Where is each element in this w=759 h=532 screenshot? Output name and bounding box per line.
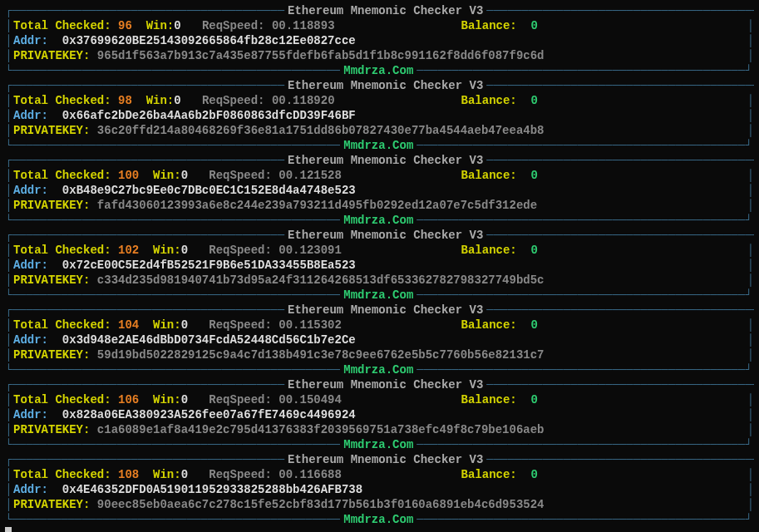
balance-value: 0 [524, 19, 538, 32]
reqspeed-value: 00.116688 [272, 468, 342, 481]
footer-text: Mmdrza.Com [340, 214, 416, 227]
reqspeed-label: ReqSpeed: [209, 318, 272, 332]
privatekey-label: PRIVATEKEY: [13, 273, 90, 287]
footer-text: Mmdrza.Com [340, 288, 416, 302]
balance-label: Balance: [461, 468, 517, 481]
app-title: Ethereum Mnemonic Checker V3 [284, 4, 486, 17]
win-label: Win: [153, 244, 181, 257]
block-header: ┌───────────────────────────────────────… [5, 228, 754, 243]
stats-line: │ Total Checked: 106 Win: 0 ReqSpeed: 00… [5, 392, 754, 407]
total-checked-value: 100 [111, 169, 140, 182]
addr-value: 0x4E46352DFD0A519011952933825288bb426AFB… [62, 483, 362, 496]
block-header: ┌───────────────────────────────────────… [5, 303, 754, 318]
balance-label: Balance: [461, 318, 517, 332]
reqspeed-label: ReqSpeed: [202, 19, 265, 32]
privatekey-label: PRIVATEKEY: [13, 423, 90, 436]
block-footer: └───────────────────────────────────────… [5, 437, 754, 452]
privatekey-line: │ PRIVATEKEY: 90eec85eb0aea6c7c278c15fe5… [5, 497, 754, 512]
addr-label: Addr: [13, 184, 48, 197]
reqspeed-label: ReqSpeed: [209, 169, 272, 182]
block-footer: └───────────────────────────────────────… [5, 362, 754, 377]
total-checked-value: 102 [111, 244, 140, 257]
privatekey-line: │ PRIVATEKEY: 36c20ffd214a80468269f36e81… [5, 123, 754, 138]
total-checked-value: 108 [111, 468, 140, 481]
app-title: Ethereum Mnemonic Checker V3 [284, 154, 486, 167]
checker-block: ┌───────────────────────────────────────… [5, 153, 754, 228]
addr-label: Addr: [13, 109, 48, 122]
checker-block: ┌───────────────────────────────────────… [5, 452, 754, 527]
app-title: Ethereum Mnemonic Checker V3 [284, 453, 486, 466]
app-title: Ethereum Mnemonic Checker V3 [284, 229, 486, 242]
privatekey-value: 965d1f563a7b913c7a435e87755fdefb6fab5d1f… [97, 49, 545, 62]
app-title: Ethereum Mnemonic Checker V3 [284, 79, 486, 92]
checker-block: ┌───────────────────────────────────────… [5, 377, 754, 452]
block-header: ┌───────────────────────────────────────… [5, 3, 754, 18]
block-footer: └───────────────────────────────────────… [5, 512, 754, 527]
addr-line: │ Addr: 0x828a06EA380923A526fee07a67fE74… [5, 407, 754, 422]
reqspeed-label: ReqSpeed: [209, 393, 272, 406]
addr-label: Addr: [13, 259, 48, 272]
checker-block: ┌───────────────────────────────────────… [5, 3, 754, 78]
addr-line: │ Addr: 0x4E46352DFD0A519011952933825288… [5, 482, 754, 497]
stats-line: │ Total Checked: 100 Win: 0 ReqSpeed: 00… [5, 168, 754, 183]
privatekey-label: PRIVATEKEY: [13, 498, 90, 511]
balance-value: 0 [524, 393, 538, 406]
privatekey-label: PRIVATEKEY: [13, 49, 90, 62]
reqspeed-value: 00.150494 [272, 393, 342, 406]
win-value: 0 [181, 244, 188, 257]
reqspeed-value: 00.121528 [272, 169, 342, 182]
win-value: 0 [181, 318, 188, 332]
privatekey-line: │ PRIVATEKEY: c334d235d981940741b73d95a2… [5, 273, 754, 288]
privatekey-line: │ PRIVATEKEY: 59d19bd5022829125c9a4c7d13… [5, 347, 754, 362]
total-checked-value: 96 [111, 19, 132, 32]
reqspeed-value: 00.115302 [272, 318, 342, 332]
addr-line: │ Addr: 0x37699620BE25143092665864fb28c1… [5, 33, 754, 48]
balance-label: Balance: [461, 94, 517, 107]
stats-line: │ Total Checked: 96 Win: 0 ReqSpeed: 00.… [5, 18, 754, 33]
addr-line: │ Addr: 0x66afc2bDe26ba4Aa6b2bF0860863df… [5, 108, 754, 123]
addr-value: 0xB48e9C27bc9Ee0c7DBc0EC1C152E8d4a4748e5… [62, 184, 356, 197]
footer-text: Mmdrza.Com [340, 139, 416, 152]
win-value: 0 [174, 94, 180, 107]
block-header: ┌───────────────────────────────────────… [5, 78, 754, 93]
win-label: Win: [153, 318, 181, 332]
balance-label: Balance: [461, 244, 517, 257]
balance-value: 0 [524, 468, 538, 481]
win-label: Win: [146, 94, 175, 107]
total-checked-label: Total Checked: [13, 244, 111, 257]
addr-label: Addr: [13, 483, 48, 496]
privatekey-value: 59d19bd5022829125c9a4c7d138b491c3e78c9ee… [97, 348, 545, 362]
privatekey-line: │ PRIVATEKEY: 965d1f563a7b913c7a435e8775… [5, 48, 754, 63]
balance-value: 0 [524, 318, 538, 332]
balance-label: Balance: [461, 169, 517, 182]
privatekey-value: 90eec85eb0aea6c7c278c15fe52cbf83d177b561… [97, 498, 545, 511]
addr-label: Addr: [13, 408, 48, 421]
total-checked-label: Total Checked: [13, 318, 111, 332]
addr-value: 0x37699620BE25143092665864fb28c12Ee0827c… [62, 34, 356, 47]
checker-block: ┌───────────────────────────────────────… [5, 78, 754, 153]
total-checked-label: Total Checked: [13, 94, 111, 107]
balance-label: Balance: [461, 393, 517, 406]
privatekey-label: PRIVATEKEY: [13, 348, 90, 362]
total-checked-label: Total Checked: [13, 468, 111, 481]
footer-text: Mmdrza.Com [340, 64, 416, 77]
block-footer: └───────────────────────────────────────… [5, 288, 754, 303]
addr-value: 0x3d948e2AE46dBbD0734FcdA52448Cd56C1b7e2… [62, 333, 356, 347]
stats-line: │ Total Checked: 102 Win: 0 ReqSpeed: 00… [5, 243, 754, 258]
block-header: ┌───────────────────────────────────────… [5, 153, 754, 168]
win-value: 0 [181, 393, 188, 406]
block-header: ┌───────────────────────────────────────… [5, 377, 754, 392]
footer-text: Mmdrza.Com [340, 363, 416, 377]
balance-label: Balance: [461, 19, 517, 32]
checker-block: ┌───────────────────────────────────────… [5, 303, 754, 377]
win-value: 0 [174, 19, 180, 32]
reqspeed-value: 00.118893 [265, 19, 335, 32]
balance-value: 0 [524, 94, 538, 107]
stats-line: │ Total Checked: 108 Win: 0 ReqSpeed: 00… [5, 467, 754, 482]
win-label: Win: [153, 393, 181, 406]
reqspeed-value: 00.118920 [265, 94, 335, 107]
reqspeed-label: ReqSpeed: [209, 468, 272, 481]
app-title: Ethereum Mnemonic Checker V3 [284, 378, 486, 392]
addr-label: Addr: [13, 34, 48, 47]
privatekey-value: fafd43060123993a6e8c244e239a793211d495fb… [97, 199, 537, 212]
